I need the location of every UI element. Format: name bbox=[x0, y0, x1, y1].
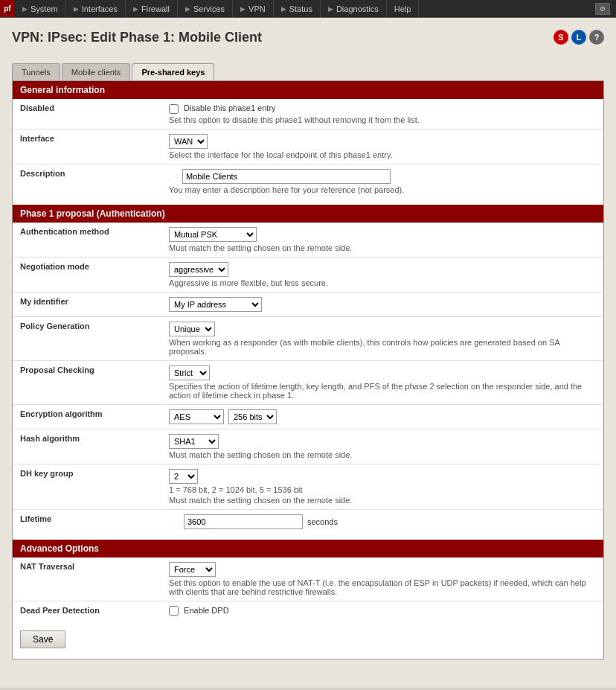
phase1-section-header: Phase 1 proposal (Authentication) bbox=[13, 205, 603, 223]
nat-traversal-select[interactable]: Disable Enable Force bbox=[169, 562, 216, 577]
dh-key-group-hint2: Must match the setting chosen on the rem… bbox=[169, 496, 596, 505]
hash-algorithm-label: Hash algorithm bbox=[13, 429, 161, 464]
description-value: You may enter a description here for you… bbox=[161, 164, 603, 199]
my-identifier-select[interactable]: My IP address Distinguished Name User FQ… bbox=[169, 297, 262, 312]
pencil-icon bbox=[169, 171, 179, 182]
nav-interfaces[interactable]: ▶Interfaces bbox=[66, 0, 126, 17]
nav-help[interactable]: Help bbox=[387, 0, 420, 17]
interface-select[interactable]: WAN LAN bbox=[169, 134, 208, 149]
nat-traversal-row: NAT Traversal Disable Enable Force Set t… bbox=[13, 558, 603, 601]
proposal-checking-select[interactable]: Obey Claim Strict Exact bbox=[169, 365, 210, 380]
hash-algorithm-row: Hash algorithm MD5 SHA1 SHA256 SHA384 SH… bbox=[13, 429, 603, 464]
policy-generation-value: Default Unique Shared When working as a … bbox=[161, 316, 603, 360]
dh-key-group-label: DH key group bbox=[13, 464, 161, 509]
logo: pf bbox=[0, 0, 15, 17]
disabled-checkbox[interactable] bbox=[169, 104, 179, 114]
description-label: Description bbox=[13, 164, 161, 199]
negotiation-mode-row: Negotiation mode main aggressive Aggress… bbox=[13, 257, 603, 292]
disabled-hint: Set this option to disable this phase1 w… bbox=[169, 115, 596, 124]
my-identifier-label: My identifier bbox=[13, 292, 161, 316]
negotiation-mode-label: Negotiation mode bbox=[13, 257, 161, 292]
auth-method-select[interactable]: Mutual PSK Mutual RSA xauth PSK server x… bbox=[169, 227, 257, 242]
negotiation-mode-value: main aggressive Aggressive is more flexi… bbox=[161, 257, 603, 292]
hash-algorithm-select[interactable]: MD5 SHA1 SHA256 SHA384 SHA512 bbox=[169, 434, 219, 449]
description-row: Description You may enter a description … bbox=[13, 164, 603, 199]
proposal-checking-hint: Specifies the action of lifetime length,… bbox=[169, 382, 596, 400]
shortcut-icon[interactable]: S bbox=[554, 30, 568, 45]
nav-status[interactable]: ▶Status bbox=[274, 0, 321, 17]
nat-traversal-value: Disable Enable Force Set this option to … bbox=[161, 558, 603, 601]
nav-system[interactable]: ▶System bbox=[15, 0, 66, 17]
nav-firewall[interactable]: ▶Firewall bbox=[126, 0, 178, 17]
interface-row: Interface WAN LAN Select the interface f… bbox=[13, 129, 603, 164]
advanced-table: NAT Traversal Disable Enable Force Set t… bbox=[13, 558, 603, 621]
help-icon[interactable]: ? bbox=[589, 30, 604, 45]
tab-bar: Tunnels Mobile clients Pre-shared keys bbox=[12, 63, 604, 80]
encryption-algorithm-value: AES Blowfish 3DES CAST128 DES 128 bits 1… bbox=[161, 404, 603, 429]
phase1-table: Authentication method Mutual PSK Mutual … bbox=[13, 223, 603, 534]
nat-traversal-label: NAT Traversal bbox=[13, 558, 161, 601]
dh-key-group-select[interactable]: 1 2 5 14 15 16 bbox=[169, 469, 198, 484]
advanced-section-header: Advanced Options bbox=[13, 540, 603, 558]
tab-pre-shared-keys[interactable]: Pre-shared keys bbox=[132, 63, 214, 80]
disabled-checkbox-label: Disable this phase1 entry bbox=[184, 103, 276, 112]
interface-label: Interface bbox=[13, 129, 161, 164]
policy-generation-select[interactable]: Default Unique Shared bbox=[169, 322, 215, 336]
dpd-value: Enable DPD bbox=[161, 601, 603, 620]
link-icon[interactable]: L bbox=[571, 30, 586, 45]
lifetime-label: Lifetime bbox=[13, 509, 161, 534]
lifetime-input[interactable] bbox=[184, 514, 303, 529]
encryption-algorithm-label: Encryption algorithm bbox=[13, 404, 161, 429]
page-title: VPN: IPsec: Edit Phase 1: Mobile Client bbox=[12, 30, 262, 45]
encryption-bits-select[interactable]: 128 bits 192 bits 256 bits bbox=[228, 409, 277, 424]
nav-icon-settings[interactable]: ⚙ bbox=[595, 3, 610, 15]
proposal-checking-row: Proposal Checking Obey Claim Strict Exac… bbox=[13, 360, 603, 404]
dpd-checkbox-label: Enable DPD bbox=[184, 606, 229, 615]
description-hint: You may enter a description here for you… bbox=[169, 185, 596, 194]
description-input[interactable] bbox=[182, 169, 391, 184]
encryption-algorithm-select[interactable]: AES Blowfish 3DES CAST128 DES bbox=[169, 409, 224, 424]
policy-generation-label: Policy Generation bbox=[13, 316, 161, 360]
nav-diagnostics[interactable]: ▶Diagnostics bbox=[321, 0, 387, 17]
interface-value: WAN LAN Select the interface for the loc… bbox=[161, 129, 603, 164]
lifetime-unit: seconds bbox=[307, 517, 338, 526]
policy-generation-row: Policy Generation Default Unique Shared … bbox=[13, 316, 603, 360]
auth-method-row: Authentication method Mutual PSK Mutual … bbox=[13, 223, 603, 258]
my-identifier-row: My identifier My IP address Distinguishe… bbox=[13, 292, 603, 316]
disabled-row: Disabled Disable this phase1 entry Set t… bbox=[13, 99, 603, 129]
dh-key-group-value: 1 2 5 14 15 16 1 = 768 bit, 2 = 1024 bit… bbox=[161, 464, 603, 509]
form-container: General information Disabled Disable thi… bbox=[12, 80, 604, 659]
encryption-algorithm-row: Encryption algorithm AES Blowfish 3DES C… bbox=[13, 404, 603, 429]
negotiation-mode-hint: Aggressive is more flexible, but less se… bbox=[169, 278, 596, 287]
hash-algorithm-value: MD5 SHA1 SHA256 SHA384 SHA512 Must match… bbox=[161, 429, 603, 464]
tab-mobile-clients[interactable]: Mobile clients bbox=[62, 63, 131, 80]
dpd-row: Dead Peer Detection Enable DPD bbox=[13, 601, 603, 620]
nat-traversal-hint: Set this option to enable the use of NAT… bbox=[169, 578, 596, 596]
lifetime-pencil-icon bbox=[169, 517, 179, 527]
lifetime-row: Lifetime seconds bbox=[13, 509, 603, 534]
negotiation-mode-select[interactable]: main aggressive bbox=[169, 262, 228, 277]
auth-method-hint: Must match the setting chosen on the rem… bbox=[169, 243, 596, 252]
auth-method-label: Authentication method bbox=[13, 223, 161, 258]
save-area: Save bbox=[13, 620, 603, 659]
title-icons: S L ? bbox=[554, 30, 604, 45]
dh-key-group-row: DH key group 1 2 5 14 15 16 1 = 768 bit,… bbox=[13, 464, 603, 509]
policy-generation-hint: When working as a responder (as with mob… bbox=[169, 338, 596, 356]
save-button[interactable]: Save bbox=[20, 630, 65, 648]
disabled-label: Disabled bbox=[13, 99, 161, 129]
general-table: Disabled Disable this phase1 entry Set t… bbox=[13, 99, 603, 199]
general-section-header: General information bbox=[13, 81, 603, 99]
nav-services[interactable]: ▶Services bbox=[178, 0, 233, 17]
nav-vpn[interactable]: ▶VPN bbox=[233, 0, 274, 17]
tab-tunnels[interactable]: Tunnels bbox=[12, 63, 60, 80]
my-identifier-value: My IP address Distinguished Name User FQ… bbox=[161, 292, 603, 316]
lifetime-value: seconds bbox=[161, 509, 603, 534]
disabled-value: Disable this phase1 entry Set this optio… bbox=[161, 99, 603, 129]
interface-hint: Select the interface for the local endpo… bbox=[169, 150, 596, 159]
dpd-label: Dead Peer Detection bbox=[13, 601, 161, 620]
proposal-checking-value: Obey Claim Strict Exact Specifies the ac… bbox=[161, 360, 603, 404]
navbar: pf ▶System ▶Interfaces ▶Firewall ▶Servic… bbox=[0, 0, 616, 18]
nav-icons: ⚙ bbox=[594, 0, 616, 17]
dh-key-group-hint1: 1 = 768 bit, 2 = 1024 bit, 5 = 1536 bit bbox=[169, 485, 596, 494]
dpd-checkbox[interactable] bbox=[169, 606, 179, 616]
